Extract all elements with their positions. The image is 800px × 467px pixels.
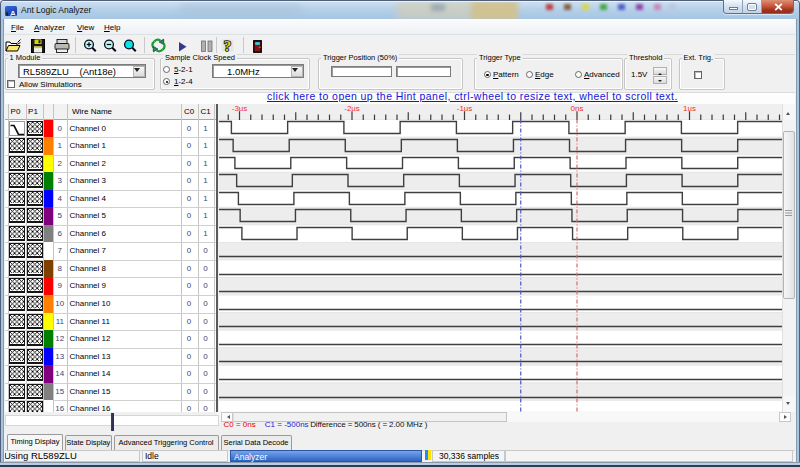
svg-text:R: R (11, 14, 16, 16)
svg-text:-1us: -1us (456, 104, 472, 113)
svg-text:?: ? (224, 39, 232, 52)
svg-text:-2us: -2us (344, 104, 360, 113)
svg-text:1us: 1us (683, 104, 696, 113)
svg-text:-3us: -3us (231, 104, 247, 113)
svg-text:0ns: 0ns (570, 104, 583, 113)
